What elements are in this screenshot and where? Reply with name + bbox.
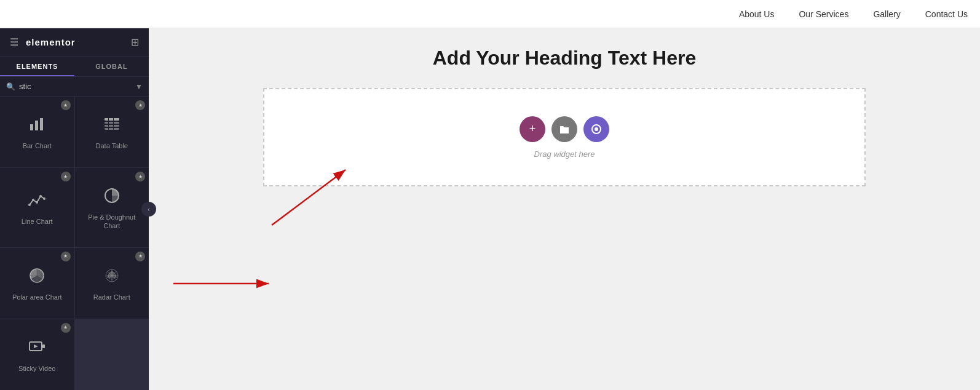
- svg-rect-7: [108, 118, 109, 130]
- widget-grid: ★ Bar Chart ★: [0, 97, 149, 390]
- svg-rect-8: [113, 118, 114, 130]
- sidebar-header: ☰ elementor ⊞: [0, 28, 149, 57]
- radar-chart-label: Radar Chart: [93, 293, 130, 301]
- hamburger-icon[interactable]: ☰: [10, 36, 18, 48]
- svg-rect-1: [35, 121, 38, 130]
- svg-rect-0: [30, 124, 33, 130]
- sidebar-collapse-button[interactable]: ‹: [141, 202, 156, 217]
- bar-chart-icon: [28, 116, 45, 137]
- widget-sticky-video[interactable]: ★ Sticky Video: [0, 319, 74, 390]
- main-layout: ☰ elementor ⊞ ELEMENTS GLOBAL 🔍 ▼ ★: [0, 28, 980, 390]
- svg-point-11: [36, 201, 38, 204]
- svg-rect-6: [105, 128, 119, 130]
- svg-rect-27: [42, 344, 45, 348]
- nav-our-services[interactable]: Our Services: [799, 9, 848, 19]
- widget-radar-chart[interactable]: ★ Radar Chart: [75, 248, 149, 319]
- data-table-icon: [103, 116, 121, 137]
- pro-badge: ★: [135, 252, 145, 261]
- filter-icon[interactable]: ▼: [135, 82, 143, 91]
- bar-chart-label: Bar Chart: [23, 141, 52, 150]
- nav-contact-us[interactable]: Contact Us: [925, 9, 968, 19]
- sidebar-search: 🔍 ▼: [0, 77, 149, 97]
- sidebar-header-left: ☰ elementor: [10, 36, 76, 48]
- line-chart-icon: [28, 191, 45, 212]
- radar-chart-icon: [103, 267, 121, 288]
- canvas-area: Add Your Heading Text Here + Drag widget…: [149, 28, 980, 390]
- pro-badge: ★: [135, 100, 145, 110]
- svg-rect-3: [105, 118, 119, 121]
- widget-button[interactable]: [583, 116, 609, 142]
- sticky-video-icon: [28, 338, 45, 359]
- polar-area-icon: [28, 267, 45, 288]
- pie-doughnut-icon: [103, 187, 121, 208]
- widget-bar-chart[interactable]: ★ Bar Chart: [0, 97, 74, 167]
- line-chart-label: Line Chart: [22, 217, 53, 226]
- pro-badge: ★: [135, 172, 145, 181]
- nav-gallery[interactable]: Gallery: [873, 9, 900, 19]
- drop-zone-actions: +: [520, 116, 609, 142]
- top-navigation: About Us Our Services Gallery Contact Us: [739, 9, 968, 19]
- drop-zone: + Drag widget here: [263, 88, 866, 186]
- grid-icon[interactable]: ⊞: [131, 36, 139, 48]
- elementor-logo: elementor: [26, 37, 76, 47]
- pie-doughnut-label: Pie & Doughnut Chart: [80, 213, 144, 231]
- sidebar-tabs: ELEMENTS GLOBAL: [0, 57, 149, 77]
- search-input[interactable]: [19, 82, 132, 91]
- data-table-label: Data Table: [96, 141, 128, 150]
- widget-polar-area[interactable]: ★ Polar area Chart: [0, 248, 74, 319]
- svg-point-29: [595, 127, 598, 131]
- svg-point-9: [28, 204, 31, 206]
- sticky-video-label: Sticky Video: [18, 364, 55, 373]
- tab-elements[interactable]: ELEMENTS: [0, 57, 74, 76]
- polar-area-label: Polar area Chart: [12, 293, 62, 301]
- svg-point-10: [32, 199, 34, 201]
- sidebar: ☰ elementor ⊞ ELEMENTS GLOBAL 🔍 ▼ ★: [0, 28, 149, 390]
- add-widget-button[interactable]: +: [520, 116, 545, 142]
- svg-rect-4: [105, 122, 119, 124]
- search-icon: 🔍: [6, 82, 15, 91]
- svg-marker-26: [34, 344, 38, 348]
- nav-about-us[interactable]: About Us: [739, 9, 775, 19]
- widget-data-table[interactable]: ★ Data Table: [75, 97, 149, 167]
- svg-point-12: [39, 195, 42, 197]
- page-heading: Add Your Heading Text Here: [167, 47, 962, 70]
- pro-badge: ★: [61, 100, 71, 110]
- widget-line-chart[interactable]: ★ Line Chart: [0, 168, 74, 247]
- arrows-overlay: [149, 28, 980, 390]
- top-bar: About Us Our Services Gallery Contact Us: [0, 0, 980, 28]
- widget-pie-doughnut[interactable]: ★ Pie & Doughnut Chart: [75, 168, 149, 247]
- pro-badge: ★: [61, 172, 71, 181]
- folder-button[interactable]: [551, 116, 577, 142]
- pro-badge: ★: [61, 252, 71, 261]
- svg-rect-5: [105, 125, 119, 127]
- pro-badge: ★: [61, 323, 71, 333]
- svg-point-13: [43, 197, 45, 200]
- tab-global[interactable]: GLOBAL: [74, 57, 149, 76]
- svg-rect-2: [40, 118, 43, 130]
- drag-hint: Drag widget here: [534, 149, 595, 159]
